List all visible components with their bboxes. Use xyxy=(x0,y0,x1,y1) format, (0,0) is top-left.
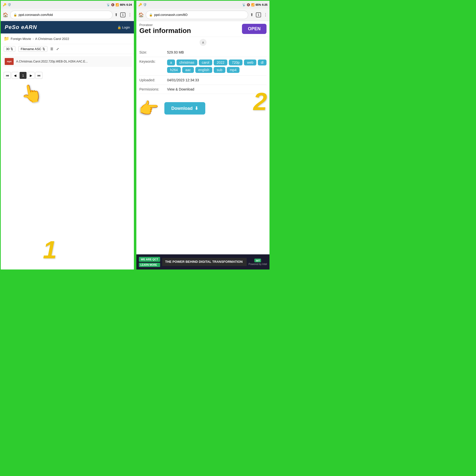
left-url-text: ppd.coronassh.com/fold xyxy=(19,13,53,17)
learn-more-button[interactable]: LEARN MORE xyxy=(139,263,160,267)
keywords-label: Keywords: xyxy=(139,60,164,63)
keyword-tag: h264 xyxy=(167,67,181,73)
current-page-button[interactable]: 1 xyxy=(20,72,27,79)
right-status-left-icons: 🔑 🛡️ xyxy=(138,3,147,6)
time-display: 6:24 xyxy=(126,3,132,6)
wifi-icon: 📶 xyxy=(116,3,119,6)
home-icon[interactable]: 🏠 xyxy=(3,12,8,18)
annotation-area-1: 👆 1 xyxy=(1,81,134,269)
hand-cursor-1: 👆 xyxy=(19,82,44,105)
left-url-field[interactable]: 🔒 ppd.coronassh.com/fold xyxy=(10,11,113,19)
more-menu-icon[interactable]: ⋮ xyxy=(128,12,132,17)
right-status-bar: 🔑 🛡️ 📡 🔇 📶 65% 6:25 xyxy=(136,1,269,9)
right-key-icon: 🔑 xyxy=(138,3,142,6)
right-lock-icon: 🔒 xyxy=(149,13,153,17)
battery-text: 66% xyxy=(120,3,125,6)
last-page-button[interactable]: ⏭ xyxy=(35,72,42,79)
keyword-tag: english xyxy=(195,67,212,73)
keyword-tag: carol xyxy=(199,60,212,65)
count-control[interactable]: 30 ⇅ xyxy=(4,46,15,52)
download-button[interactable]: Download ⬇ xyxy=(164,102,205,115)
size-value: 529.93 MB xyxy=(167,50,267,54)
left-address-actions: ⬆ 1 ⋮ xyxy=(115,12,132,17)
right-address-actions: ⬆ 1 ⋮ xyxy=(250,12,268,17)
file-thumbnail: mp4 xyxy=(5,58,14,65)
vpn-icon: 🛡️ xyxy=(7,3,11,6)
keyword-tag: dl xyxy=(258,60,267,65)
file-item[interactable]: mp4 A.Christmas.Carol.2022.720p.WEB-DL.H… xyxy=(3,56,132,67)
right-phone-panel: 🔑 🛡️ 📡 🔇 📶 65% 6:25 🏠 🔒 ppd.coronassh.co… xyxy=(136,0,270,270)
ad-banner: WE ARE QCT LEARN MORE THE POWER BEHIND D… xyxy=(136,254,269,269)
ad-intel-section: qct Powered by Intel xyxy=(249,259,267,266)
keyword-tag: web xyxy=(244,60,256,65)
breadcrumb-item1[interactable]: Foreign Movie xyxy=(11,37,31,41)
keyword-tag: 2022 xyxy=(214,60,227,65)
keyword-tag: sub xyxy=(214,67,225,73)
annotation-number-1: 1 xyxy=(43,237,57,262)
right-more-menu-icon[interactable]: ⋮ xyxy=(264,12,268,17)
chevron-up-icon[interactable]: ∧ xyxy=(200,39,207,46)
share-icon[interactable]: ⬆ xyxy=(115,12,118,17)
prev-page-button[interactable]: ◀ xyxy=(12,72,19,79)
right-url-field[interactable]: 🔒 ppd.coronassh.com/8O xyxy=(146,11,248,19)
permissions-row: Permissions: View & Download xyxy=(139,85,267,94)
uploaded-label: Uploaded: xyxy=(139,78,164,82)
breadcrumb-separator: › xyxy=(32,37,33,41)
list-view-icon[interactable]: ☰ xyxy=(50,47,53,51)
keyword-tag: a xyxy=(167,60,175,65)
right-home-icon[interactable]: 🏠 xyxy=(138,12,144,18)
site-logo: PeSo eARN xyxy=(5,24,37,30)
size-row: Size: 529.93 MB xyxy=(139,48,267,57)
annotation-number-2: 2 xyxy=(253,89,267,114)
download-icon: ⬇ xyxy=(195,106,198,111)
keyword-tag: christmas xyxy=(177,60,197,65)
folder-icon: 📁 xyxy=(4,36,9,41)
right-battery-text: 65% xyxy=(256,3,261,6)
ad-badge: WE ARE QCT xyxy=(139,257,160,262)
key-icon: 🔑 xyxy=(3,3,6,6)
left-site-header: PeSo eARN 🔒 Login xyxy=(1,21,134,33)
keyword-tag: mp4 xyxy=(227,67,239,73)
right-status-right-icons: 📡 🔇 📶 65% 6:25 xyxy=(242,3,268,6)
right-tab-count-badge[interactable]: 1 xyxy=(256,12,261,17)
next-page-button[interactable]: ▶ xyxy=(28,72,34,79)
right-share-icon[interactable]: ⬆ xyxy=(250,12,253,17)
breadcrumb-item2[interactable]: A Christmas Carol 2022 xyxy=(35,37,69,41)
expand-icon[interactable]: ⤢ xyxy=(56,47,59,51)
file-name: A.Christmas.Carol.2022.720p.WEB-DL.H264.… xyxy=(16,60,88,63)
download-section: 👈 Download ⬇ 2 xyxy=(136,94,269,123)
left-status-icons: 🔑 🛡️ xyxy=(3,3,11,6)
size-label: Size: xyxy=(139,50,164,54)
lock-icon: 🔒 xyxy=(13,13,17,17)
collapse-row: ∧ xyxy=(136,37,269,48)
permissions-value: View & Download xyxy=(167,87,267,91)
first-page-button[interactable]: ⏮ xyxy=(4,72,11,79)
left-status-bar: 🔑 🛡️ 📡 🔇 📶 66% 6:24 xyxy=(1,1,134,9)
open-button[interactable]: OPEN xyxy=(242,24,267,34)
download-label: Download xyxy=(171,106,193,111)
info-section: Size: 529.93 MB Keywords: achristmascaro… xyxy=(136,48,269,94)
right-cast-icon: 📡 xyxy=(242,3,246,6)
keyword-tag: 720p xyxy=(229,60,242,65)
page-title: Get information xyxy=(139,27,191,35)
cast-icon: 📡 xyxy=(107,3,110,6)
hand-cursor-2: 👈 xyxy=(139,99,159,118)
keywords-container: achristmascarol2022720pwebdlh264aacengli… xyxy=(167,60,267,73)
count-value: 30 xyxy=(6,47,9,51)
keywords-row: Keywords: achristmascarol2022720pwebdlh2… xyxy=(139,57,267,76)
file-list: mp4 A.Christmas.Carol.2022.720p.WEB-DL.H… xyxy=(1,54,134,70)
right-address-bar: 🏠 🔒 ppd.coronassh.com/8O ⬆ 1 ⋮ xyxy=(136,9,269,21)
breadcrumb: 📁 Foreign Movie › A Christmas Carol 2022 xyxy=(1,33,134,44)
sort-control[interactable]: Filename ASC ⇅ xyxy=(18,46,47,52)
ad-headline: THE POWER BEHIND DIGITAL TRANSFORMATION xyxy=(162,258,247,266)
right-time-display: 6:25 xyxy=(262,3,268,6)
qct-brand: qct xyxy=(254,259,261,262)
right-status-icons: 📡 🔇 📶 66% 6:24 xyxy=(107,3,132,6)
file-type-label: mp4 xyxy=(7,60,12,63)
right-url-text: ppd.coronassh.com/8O xyxy=(154,13,187,17)
right-app-header: Prorateer Get information OPEN xyxy=(136,21,269,37)
ad-headline-text: THE POWER BEHIND DIGITAL TRANSFORMATION xyxy=(165,260,243,264)
ad-badge-text: WE ARE QCT xyxy=(141,258,158,261)
login-button[interactable]: 🔒 Login xyxy=(117,26,130,29)
tab-count-badge[interactable]: 1 xyxy=(120,12,125,17)
